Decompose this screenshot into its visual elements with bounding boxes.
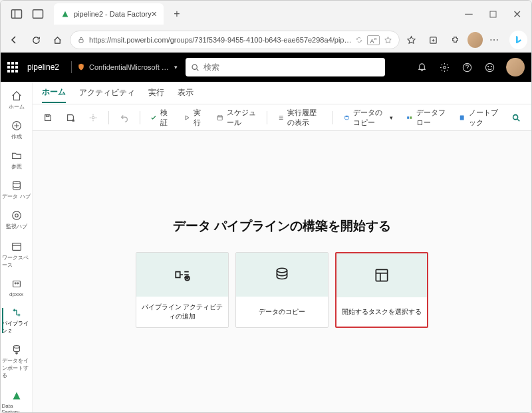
nav-datafactory[interactable]: Data Factory xyxy=(2,386,31,413)
history-button[interactable]: 実行履歴の表示 xyxy=(274,105,326,130)
browser-titlebar: pipeline2 - Data Factory × + ─ ✕ xyxy=(1,1,531,27)
notebook-button[interactable]: ノートブック xyxy=(455,105,502,130)
ribbon-tabs: ホーム アクティビティ 実行 表示 xyxy=(33,82,531,104)
toolbar-search-icon[interactable] xyxy=(507,110,525,125)
url-bar[interactable]: https://msit.powerbi.com/groups/731f5349… xyxy=(70,31,400,49)
user-avatar[interactable] xyxy=(506,58,525,76)
svg-rect-37 xyxy=(408,116,410,119)
svg-point-26 xyxy=(13,346,19,348)
saveas-button[interactable] xyxy=(62,110,79,125)
tabs-icon[interactable] xyxy=(31,7,45,21)
template-icon xyxy=(373,267,390,284)
favorite-icon[interactable] xyxy=(384,36,392,45)
pipeline-icon xyxy=(174,266,191,283)
nav-pipeline2-label: パイプライン 2 xyxy=(2,320,31,335)
home-button[interactable] xyxy=(48,30,67,50)
card-choose-task[interactable]: 開始するタスクを選択する xyxy=(335,252,428,328)
collections-icon[interactable] xyxy=(424,30,443,50)
svg-rect-46 xyxy=(376,269,387,281)
svg-line-9 xyxy=(197,69,198,70)
help-icon[interactable] xyxy=(461,61,473,73)
schedule-button[interactable]: スケジュール xyxy=(213,105,260,130)
svg-point-25 xyxy=(17,283,18,284)
svg-point-36 xyxy=(345,115,349,116)
extensions-icon[interactable] xyxy=(446,30,465,50)
sensitivity-label[interactable]: Confidential\Microsoft … ▾ xyxy=(77,63,178,72)
more-menu-icon[interactable]: ⋯ xyxy=(485,30,505,50)
card-add-activity[interactable]: パイプライン アクティビティの追加 xyxy=(136,252,229,328)
toolbar: 検証 実行 スケジュール 実行履歴の表示 データのコピー▾ データフロー ノート… xyxy=(33,104,531,131)
run-button[interactable]: 実行 xyxy=(180,105,207,130)
nav-create[interactable]: 作成 xyxy=(2,116,31,144)
back-button[interactable] xyxy=(5,30,24,50)
svg-point-28 xyxy=(92,116,94,119)
nav-monitor-label: 監視ハブ xyxy=(6,223,27,230)
feedback-icon[interactable] xyxy=(483,61,495,73)
tab-home[interactable]: ホーム xyxy=(42,82,66,103)
validate-label: 検証 xyxy=(160,108,170,128)
svg-point-18 xyxy=(13,182,20,184)
svg-rect-27 xyxy=(46,114,49,116)
svg-point-14 xyxy=(491,66,491,67)
tab-activity[interactable]: アクティビティ xyxy=(79,83,135,102)
nav-datahub-label: データ ハブ xyxy=(2,193,30,200)
minimize-button[interactable]: ─ xyxy=(457,4,481,24)
nav-monitor[interactable]: 監視ハブ xyxy=(2,206,31,234)
undo-button[interactable] xyxy=(116,110,133,125)
notifications-icon[interactable] xyxy=(416,61,428,73)
svg-rect-21 xyxy=(12,243,21,251)
copydata-button[interactable]: データのコピー▾ xyxy=(340,105,398,130)
app-bar: pipeline2 Confidential\Microsoft … ▾ xyxy=(1,53,531,82)
chevron-down-icon: ▾ xyxy=(174,64,178,70)
search-input[interactable] xyxy=(203,63,380,72)
global-search[interactable] xyxy=(186,58,385,76)
lock-icon xyxy=(77,36,85,44)
sidebar-toggle-icon[interactable] xyxy=(10,7,23,21)
settings-icon[interactable] xyxy=(438,61,450,73)
canvas-title: データ パイプラインの構築を開始する xyxy=(173,217,391,235)
bing-button[interactable] xyxy=(509,31,527,49)
nav-workspace[interactable]: ワークスペース xyxy=(2,237,31,273)
favorites-icon[interactable] xyxy=(402,30,422,50)
tab-title: pipeline2 - Data Factory xyxy=(74,10,152,18)
svg-line-41 xyxy=(517,119,519,121)
save-button[interactable] xyxy=(39,110,57,125)
tab-run[interactable]: 実行 xyxy=(148,83,164,102)
pipeline-name: pipeline2 xyxy=(27,63,59,72)
validate-button[interactable]: 検証 xyxy=(146,105,174,130)
card-copy-data[interactable]: データのコピー xyxy=(235,252,329,328)
nav-dpxxx[interactable]: dpxxx xyxy=(2,274,31,301)
nav-datahub[interactable]: データ ハブ xyxy=(2,176,31,204)
refresh-button[interactable] xyxy=(27,30,46,50)
app-launcher-icon[interactable] xyxy=(7,62,18,72)
left-nav: ホーム 作成 参照 データ ハブ 監視ハブ ワークスペース dpxxx パイプラ… xyxy=(1,82,33,412)
reader-badge[interactable]: A» xyxy=(367,35,379,45)
settings-button[interactable] xyxy=(84,110,102,125)
dataflow-button[interactable]: データフロー xyxy=(402,105,450,130)
new-tab-button[interactable]: + xyxy=(169,6,185,22)
run-label: 実行 xyxy=(194,108,203,128)
nav-home[interactable]: ホーム xyxy=(2,86,31,114)
shield-icon xyxy=(77,63,85,72)
dataflow-label: データフロー xyxy=(416,108,446,128)
nav-browse[interactable]: 参照 xyxy=(2,146,31,174)
canvas-cards: パイプライン アクティビティの追加 データのコピー 開始するタスクを選択する xyxy=(136,252,428,328)
svg-point-10 xyxy=(443,66,446,69)
svg-rect-4 xyxy=(79,39,83,43)
profile-avatar[interactable] xyxy=(467,32,483,48)
close-tab-icon[interactable]: × xyxy=(152,9,157,19)
svg-point-20 xyxy=(15,214,18,217)
svg-rect-38 xyxy=(410,116,412,119)
nav-pipeline2[interactable]: パイプライン 2 xyxy=(2,303,31,339)
nav-import[interactable]: データをインポートする xyxy=(2,340,31,383)
tab-view[interactable]: 表示 xyxy=(178,83,194,102)
sensitivity-text: Confidential\Microsoft … xyxy=(89,63,169,71)
schedule-label: スケジュール xyxy=(227,108,256,128)
maximize-button[interactable] xyxy=(481,4,505,24)
svg-point-19 xyxy=(12,211,21,220)
close-window-button[interactable]: ✕ xyxy=(505,4,529,24)
svg-rect-29 xyxy=(218,116,223,120)
database-icon xyxy=(273,266,291,283)
sync-icon[interactable] xyxy=(355,36,363,44)
browser-tab[interactable]: pipeline2 - Data Factory × xyxy=(54,3,164,25)
